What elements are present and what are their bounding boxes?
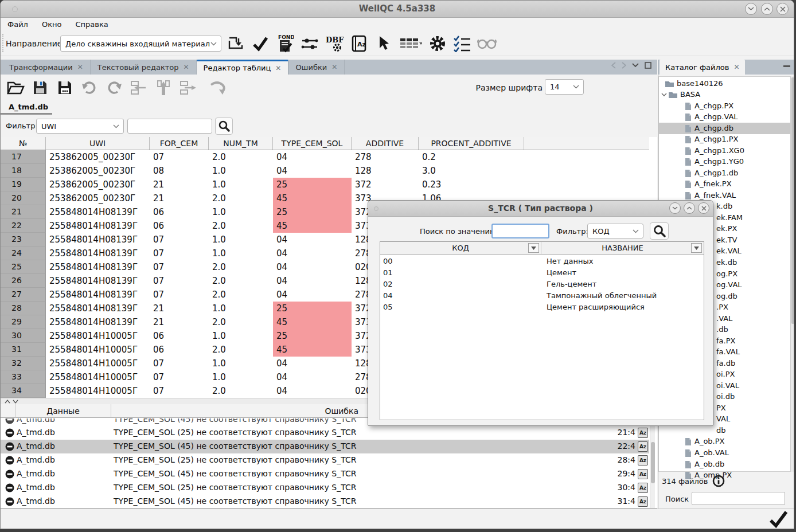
error-col-data[interactable]: Данные: [15, 404, 111, 418]
apply-check-icon[interactable]: [767, 510, 789, 529]
error-row[interactable]: A_tmd.dbTYPE_CEM_SOL (25) не соответству…: [1, 426, 649, 440]
cell-for_cem[interactable]: 07: [150, 150, 209, 164]
tree-file-item[interactable]: A_chgp.PX: [659, 100, 790, 112]
cell-n[interactable]: 23: [1, 233, 46, 247]
dialog-col-name[interactable]: НАЗВАНИЕ: [541, 242, 704, 254]
tree-folder-BASA[interactable]: BASA: [659, 89, 790, 100]
cell-num_tm[interactable]: 2.0: [209, 219, 273, 233]
cell-n[interactable]: 21: [1, 205, 46, 219]
cell-n[interactable]: 17: [1, 150, 46, 164]
tab-prev-icon[interactable]: [611, 62, 616, 69]
close-button[interactable]: [777, 3, 789, 15]
cell-uwi[interactable]: 255848014Н10005Г: [46, 370, 150, 384]
cell-num_tm[interactable]: 2.0: [209, 150, 273, 164]
column-header-№[interactable]: №: [1, 137, 46, 150]
tree-folder-base140126[interactable]: base140126: [659, 78, 790, 89]
cell-uwi[interactable]: 255848014Н10005Г: [46, 384, 150, 398]
tab-catalog[interactable]: Каталог файлов ✕: [660, 60, 745, 75]
checklist-icon[interactable]: [452, 33, 473, 54]
cursor-icon[interactable]: [373, 33, 394, 54]
cell-type_cem_sol[interactable]: 04: [273, 233, 352, 247]
minimize-button[interactable]: [745, 3, 757, 15]
close-icon[interactable]: ✕: [77, 63, 83, 71]
gear-icon[interactable]: [427, 33, 448, 54]
cell-type_cem_sol[interactable]: 45: [273, 315, 352, 329]
table-header[interactable]: №UWIFOR_CEMNUM_TMTYPE_CEM_SOLADDITIVEPRO…: [1, 137, 649, 150]
cell-type_cem_sol[interactable]: 45: [273, 191, 352, 205]
cell-type_cem_sol[interactable]: 25: [273, 302, 352, 315]
cell-num_tm[interactable]: 1.0: [209, 164, 273, 178]
cell-for_cem[interactable]: 21: [150, 302, 209, 315]
cell-n[interactable]: 22: [1, 219, 46, 233]
filter-field-select[interactable]: UWI: [36, 119, 124, 134]
tree-file-item[interactable]: A_ob.db: [659, 459, 790, 470]
open-file-icon[interactable]: [5, 77, 26, 99]
tree-file-item[interactable]: A_chgp.db: [659, 123, 790, 134]
cell-n[interactable]: 20: [1, 191, 46, 205]
az-book-icon[interactable]: Az: [638, 483, 648, 493]
panel-search-input[interactable]: [692, 492, 785, 505]
cell-n[interactable]: 24: [1, 247, 46, 260]
tree-file-item[interactable]: A_ob.PX: [659, 436, 790, 447]
dialog-row[interactable]: 00Нет данных: [380, 256, 704, 267]
tab-list-icon[interactable]: [632, 63, 639, 68]
cell-n[interactable]: 33: [1, 370, 46, 384]
cell-n[interactable]: 25: [1, 260, 46, 274]
dialog-search-input[interactable]: [491, 224, 549, 238]
check-icon[interactable]: [250, 33, 271, 54]
cell-type_cem_sol[interactable]: 45: [273, 343, 352, 357]
az-book-icon[interactable]: Az: [638, 469, 648, 479]
undo-icon[interactable]: [79, 77, 100, 99]
error-scrollbar[interactable]: [650, 418, 655, 508]
column-header-additive[interactable]: ADDITIVE: [352, 137, 419, 150]
cell-for_cem[interactable]: 06: [150, 219, 209, 233]
dialog-col-name-dropdown[interactable]: [691, 243, 702, 253]
cell-num_tm[interactable]: 2.0: [209, 274, 273, 288]
dialog-row[interactable]: 04Тампонажный облегченный: [380, 290, 704, 302]
cell-num_tm[interactable]: 2.0: [209, 260, 273, 274]
tree-file-item[interactable]: A_ob.VAL: [659, 447, 790, 459]
cell-uwi[interactable]: 255848014Н08139Г: [46, 302, 150, 315]
cell-num_tm[interactable]: 1.0: [209, 205, 273, 219]
error-row[interactable]: A_tmd.dbTYPE_CEM_SOL (45) не соответству…: [1, 495, 649, 508]
az-book-icon[interactable]: Az: [349, 33, 369, 54]
column-header-type_cem_sol[interactable]: TYPE_CEM_SOL: [273, 137, 352, 150]
cell-for_cem[interactable]: 21: [150, 178, 209, 191]
close-icon[interactable]: ✕: [275, 64, 281, 72]
cell-additive[interactable]: 372: [352, 178, 419, 191]
error-row[interactable]: A_tmd.dbTYPE_CEM_SOL (45) не соответству…: [1, 467, 649, 481]
close-icon[interactable]: ✕: [733, 63, 739, 71]
tab-текстовый-редактор[interactable]: Текстовый редактор✕: [91, 60, 197, 75]
info-icon[interactable]: [712, 475, 725, 487]
az-book-icon[interactable]: Az: [638, 496, 648, 507]
table-row[interactable]: 17253862005_00230Г072.0042780.2: [1, 150, 649, 164]
cell-num_tm[interactable]: 2.0: [209, 384, 273, 398]
tree-file-item[interactable]: A_chgp1.PX: [659, 134, 790, 145]
cell-for_cem[interactable]: 07: [150, 357, 209, 370]
az-book-icon[interactable]: Az: [638, 455, 648, 466]
dialog-row[interactable]: 05Цемент расширяющийся: [380, 302, 704, 313]
cell-n[interactable]: 30: [1, 329, 46, 343]
column-header-uwi[interactable]: UWI: [46, 137, 150, 150]
cell-n[interactable]: 27: [1, 288, 46, 302]
cell-type_cem_sol[interactable]: 04: [273, 274, 352, 288]
cell-uwi[interactable]: 255848014Н10005Г: [46, 357, 150, 370]
column-header-num_tm[interactable]: NUM_TM: [209, 137, 273, 150]
tab-next-icon[interactable]: [622, 62, 626, 69]
dialog-table-header[interactable]: КОД НАЗВАНИЕ: [380, 242, 704, 255]
cell-for_cem[interactable]: 06: [150, 343, 209, 357]
close-icon[interactable]: ✕: [331, 63, 337, 71]
cell-uwi[interactable]: 255848014Н10005Г: [46, 329, 150, 343]
cell-for_cem[interactable]: 07: [150, 370, 209, 384]
cell-uwi[interactable]: 253862005_00230Г: [46, 191, 150, 205]
expander-icon[interactable]: [661, 93, 667, 97]
tree-file-item[interactable]: A_chgp.VAL: [659, 111, 790, 123]
cell-for_cem[interactable]: 07: [150, 247, 209, 260]
cell-num_tm[interactable]: 1.0: [209, 233, 273, 247]
dialog-col-code-dropdown[interactable]: [528, 243, 539, 253]
tree-file-item[interactable]: A_chgp1.db: [659, 167, 790, 179]
dialog-row[interactable]: 01Цемент: [380, 267, 704, 279]
az-book-icon[interactable]: Az: [638, 428, 648, 438]
tree-file-item[interactable]: A_chgp1.YG0: [659, 156, 790, 167]
cell-num_tm[interactable]: 2.0: [209, 288, 273, 302]
